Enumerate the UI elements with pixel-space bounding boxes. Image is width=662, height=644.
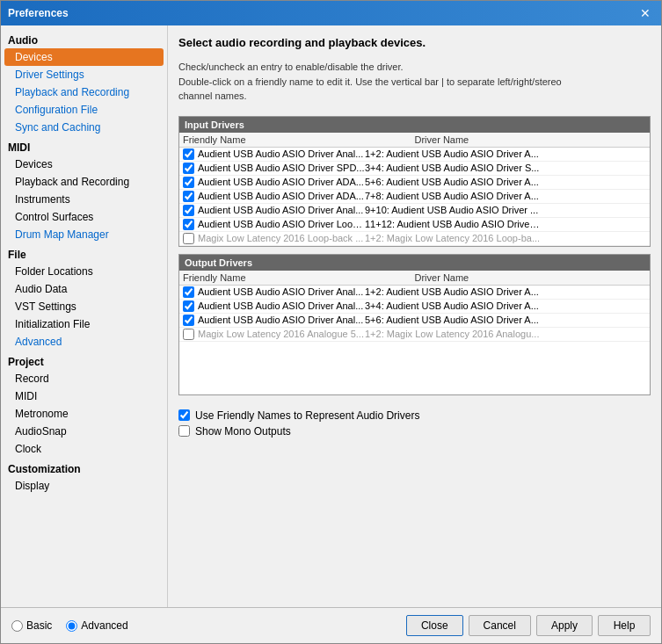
input-col-friendly: Friendly Name <box>183 134 415 145</box>
input-row-1: Audient USB Audio ASIO Driver SPD... 3+4… <box>179 162 650 176</box>
sidebar-scroll: Audio Devices Driver Settings Playback a… <box>1 29 167 604</box>
input-row-6: Magix Low Latency 2016 Loop-back ... 1+2… <box>179 232 650 246</box>
sidebar-item-project-midi[interactable]: MIDI <box>1 387 167 405</box>
radio-advanced-label: Advanced <box>81 619 127 632</box>
input-row-3-checkbox[interactable] <box>183 191 194 202</box>
input-row-5-driver: 11+12: Audient USB Audio ASIO Driver ... <box>365 219 541 229</box>
option-mono-outputs-checkbox[interactable] <box>178 425 190 437</box>
sidebar-item-audio-devices[interactable]: Devices <box>4 48 164 66</box>
output-row-3-name: Magix Low Latency 2016 Analogue 5... <box>198 329 365 339</box>
input-row-4: Audient USB Audio ASIO Driver Anal... 9+… <box>179 204 650 218</box>
input-row-0-checkbox[interactable] <box>183 148 194 160</box>
sidebar-item-midi-devices[interactable]: Devices <box>1 156 167 173</box>
sidebar-item-file-init-file[interactable]: Initialization File <box>1 315 167 333</box>
input-row-5-checkbox[interactable] <box>183 219 194 230</box>
output-drivers-body: Audient USB Audio ASIO Driver Anal... 1+… <box>179 286 650 394</box>
input-row-2-checkbox[interactable] <box>183 177 194 188</box>
desc-line3: channel names. <box>178 89 651 104</box>
sidebar-item-audio-playback-recording[interactable]: Playback and Recording <box>1 83 167 101</box>
option-friendly-names-label: Use Friendly Names to Represent Audio Dr… <box>195 409 419 422</box>
output-col-friendly: Friendly Name <box>183 272 415 283</box>
input-row-0-name: Audient USB Audio ASIO Driver Anal... <box>198 148 365 159</box>
desc-line1: Check/uncheck an entry to enable/disable… <box>178 60 651 75</box>
output-row-0-name: Audient USB Audio ASIO Driver Anal... <box>198 286 365 297</box>
input-row-2-driver: 5+6: Audient USB Audio ASIO Driver A... <box>365 177 541 187</box>
output-row-1-checkbox[interactable] <box>183 300 194 312</box>
input-row-4-checkbox[interactable] <box>183 205 194 216</box>
input-row-1-driver: 3+4: Audient USB Audio ASIO Driver S... <box>365 163 541 173</box>
input-col-driver: Driver Name <box>415 134 647 145</box>
output-drivers-header: Output Drivers <box>179 255 650 271</box>
window-title: Preferences <box>8 7 69 19</box>
output-spacer <box>179 342 650 359</box>
input-row-0: Audient USB Audio ASIO Driver Anal... 1+… <box>179 148 650 162</box>
sidebar-item-audio-sync-caching[interactable]: Sync and Caching <box>1 119 167 136</box>
input-row-3: Audient USB Audio ASIO Driver ADA... 7+8… <box>179 190 650 204</box>
sidebar: Audio Devices Driver Settings Playback a… <box>1 25 168 607</box>
sidebar-item-project-metronome[interactable]: Metronome <box>1 405 167 423</box>
input-row-4-name: Audient USB Audio ASIO Driver Anal... <box>198 205 365 215</box>
sidebar-item-file-vst-settings[interactable]: VST Settings <box>1 298 167 315</box>
output-row-2-driver: 5+6: Audient USB Audio ASIO Driver A... <box>365 315 541 325</box>
main-panel: Select audio recording and playback devi… <box>168 25 661 607</box>
sidebar-item-audio-driver-settings[interactable]: Driver Settings <box>1 66 167 83</box>
input-row-5-name: Audient USB Audio ASIO Driver Loop... <box>198 219 365 229</box>
input-row-3-name: Audient USB Audio ASIO Driver ADA... <box>198 191 365 201</box>
input-drivers-col-headers: Friendly Name Driver Name <box>179 133 650 148</box>
sidebar-item-project-audiosnap[interactable]: AudioSnap <box>1 423 167 440</box>
output-row-2-checkbox[interactable] <box>183 315 194 326</box>
output-row-0: Audient USB Audio ASIO Driver Anal... 1+… <box>179 286 650 300</box>
output-row-0-driver: 1+2: Audient USB Audio ASIO Driver A... <box>365 286 541 297</box>
sidebar-section-audio: Audio <box>1 29 167 48</box>
option-mono-outputs-row: Show Mono Outputs <box>178 425 651 438</box>
apply-button[interactable]: Apply <box>536 615 593 636</box>
output-col-driver: Driver Name <box>415 272 647 283</box>
output-row-3: Magix Low Latency 2016 Analogue 5... 1+2… <box>179 328 650 342</box>
input-row-1-checkbox[interactable] <box>183 163 194 174</box>
radio-advanced[interactable] <box>66 620 77 632</box>
sidebar-item-midi-instruments[interactable]: Instruments <box>1 191 167 208</box>
sidebar-item-project-clock[interactable]: Clock <box>1 440 167 458</box>
radio-basic[interactable] <box>11 620 23 632</box>
input-row-2: Audient USB Audio ASIO Driver ADA... 5+6… <box>179 176 650 190</box>
output-row-1-name: Audient USB Audio ASIO Driver Anal... <box>198 300 365 311</box>
input-row-6-checkbox[interactable] <box>183 233 194 244</box>
sidebar-item-midi-playback-recording[interactable]: Playback and Recording <box>1 173 167 191</box>
sidebar-section-midi: MIDI <box>1 136 167 156</box>
output-drivers-col-headers: Friendly Name Driver Name <box>179 271 650 286</box>
output-row-0-checkbox[interactable] <box>183 286 194 298</box>
sidebar-item-audio-config-file[interactable]: Configuration File <box>1 101 167 119</box>
output-row-2: Audient USB Audio ASIO Driver Anal... 5+… <box>179 314 650 328</box>
output-row-1: Audient USB Audio ASIO Driver Anal... 3+… <box>179 300 650 314</box>
input-drivers-body: Audient USB Audio ASIO Driver Anal... 1+… <box>179 148 650 246</box>
sidebar-item-custom-display[interactable]: Display <box>1 477 167 495</box>
footer: Basic Advanced Close Cancel Apply Help <box>1 607 661 643</box>
input-row-3-driver: 7+8: Audient USB Audio ASIO Driver A... <box>365 191 541 201</box>
sidebar-item-file-audio-data[interactable]: Audio Data <box>1 280 167 298</box>
output-row-3-driver: 1+2: Magix Low Latency 2016 Analogu... <box>365 329 541 339</box>
output-row-1-driver: 3+4: Audient USB Audio ASIO Driver A... <box>365 300 541 311</box>
sidebar-section-project: Project <box>1 351 167 370</box>
sidebar-item-midi-control-surfaces[interactable]: Control Surfaces <box>1 208 167 226</box>
sidebar-item-project-record[interactable]: Record <box>1 370 167 387</box>
output-drivers-section: Output Drivers Friendly Name Driver Name… <box>178 254 651 395</box>
input-row-5: Audient USB Audio ASIO Driver Loop... 11… <box>179 218 650 232</box>
preferences-window: Preferences ✕ Audio Devices Driver Setti… <box>0 0 662 644</box>
footer-left: Basic Advanced <box>11 619 128 632</box>
input-row-0-driver: 1+2: Audient USB Audio ASIO Driver A... <box>365 148 541 159</box>
input-row-2-name: Audient USB Audio ASIO Driver ADA... <box>198 177 365 187</box>
close-button[interactable]: Close <box>406 615 463 636</box>
sidebar-section-file: File <box>1 243 167 263</box>
sidebar-item-file-folder-locations[interactable]: Folder Locations <box>1 263 167 280</box>
cancel-button[interactable]: Cancel <box>469 615 531 636</box>
help-button[interactable]: Help <box>598 615 651 636</box>
sidebar-item-midi-drum-map[interactable]: Drum Map Manager <box>1 226 167 243</box>
option-friendly-names-checkbox[interactable] <box>178 409 190 421</box>
input-row-4-driver: 9+10: Audient USB Audio ASIO Driver ... <box>365 205 541 215</box>
close-window-button[interactable]: ✕ <box>637 4 654 22</box>
radio-advanced-group: Advanced <box>66 619 127 632</box>
output-spacer2 <box>179 359 650 377</box>
input-row-6-driver: 1+2: Magix Low Latency 2016 Loop-ba... <box>365 233 541 243</box>
sidebar-item-file-advanced[interactable]: Advanced <box>1 333 167 351</box>
output-row-3-checkbox[interactable] <box>183 329 194 340</box>
